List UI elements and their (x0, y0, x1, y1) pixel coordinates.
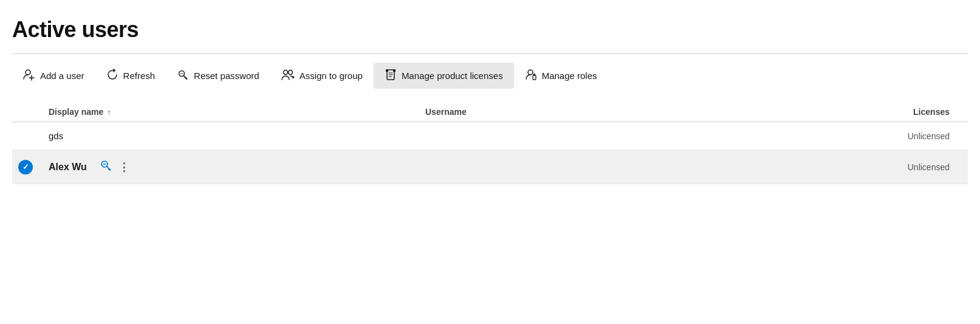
add-user-icon (23, 69, 35, 83)
assign-to-group-icon (281, 69, 295, 83)
row-licenses-text-selected: Unlicensed (908, 162, 950, 172)
table-header: Display name ↑ Username Licenses (12, 101, 968, 122)
row-name-text-selected: Alex Wu (49, 162, 87, 173)
svg-point-16 (528, 70, 533, 75)
refresh-button[interactable]: Refresh (95, 63, 166, 89)
table-area: Display name ↑ Username Licenses gds Unl… (12, 101, 968, 184)
column-header-licenses[interactable]: Licenses (778, 107, 968, 117)
refresh-label: Refresh (123, 71, 156, 81)
manage-product-licenses-icon (385, 69, 397, 83)
username-col-label: Username (425, 107, 467, 117)
manage-roles-button[interactable]: Manage roles (514, 63, 608, 89)
reset-password-inline-icon[interactable] (99, 159, 112, 175)
page-title: Active users (12, 11, 968, 53)
row-inline-icons: ⋮ (99, 159, 130, 175)
row-name-text: gds (49, 131, 63, 141)
table-row[interactable]: gds Unlicensed (12, 122, 968, 150)
manage-product-licenses-button[interactable]: Manage product licenses (374, 63, 514, 89)
checkmark-icon: ✓ (22, 162, 29, 171)
add-user-label: Add a user (40, 71, 84, 81)
assign-to-group-button[interactable]: Assign to group (270, 63, 374, 89)
reset-password-icon (177, 69, 189, 83)
more-options-icon[interactable]: ⋮ (118, 160, 130, 174)
table-row[interactable]: ✓ Alex Wu ⋮ (12, 150, 968, 184)
display-name-col-label: Display name (49, 107, 103, 117)
assign-to-group-label: Assign to group (300, 71, 363, 81)
svg-point-7 (288, 71, 292, 75)
column-header-display-name[interactable]: Display name ↑ (49, 107, 425, 117)
manage-product-licenses-label: Manage product licenses (402, 71, 503, 81)
page-container: Active users Add a user (0, 0, 980, 184)
selected-indicator: ✓ (18, 160, 33, 174)
row-display-name-selected: Alex Wu ⋮ (49, 159, 425, 175)
svg-point-6 (283, 71, 287, 75)
svg-rect-17 (533, 75, 536, 80)
row-licenses-selected: Unlicensed (778, 162, 968, 172)
reset-password-button[interactable]: Reset password (166, 63, 270, 89)
refresh-icon (106, 69, 118, 83)
toolbar-divider (12, 53, 968, 54)
manage-roles-icon (525, 69, 537, 83)
svg-rect-15 (393, 69, 396, 72)
row-licenses: Unlicensed (778, 131, 968, 141)
row-licenses-text: Unlicensed (908, 131, 950, 141)
column-header-username[interactable]: Username (425, 107, 778, 117)
svg-rect-14 (386, 69, 388, 72)
add-user-button[interactable]: Add a user (12, 63, 95, 89)
licenses-col-label: Licenses (913, 107, 950, 117)
row-display-name: gds (49, 131, 425, 141)
row-checkbox-selected[interactable]: ✓ (18, 160, 43, 174)
sort-asc-icon: ↑ (107, 108, 111, 117)
manage-roles-label: Manage roles (542, 71, 597, 81)
svg-point-0 (26, 70, 30, 75)
toolbar: Add a user Refresh (12, 57, 968, 95)
reset-password-label: Reset password (194, 71, 259, 81)
